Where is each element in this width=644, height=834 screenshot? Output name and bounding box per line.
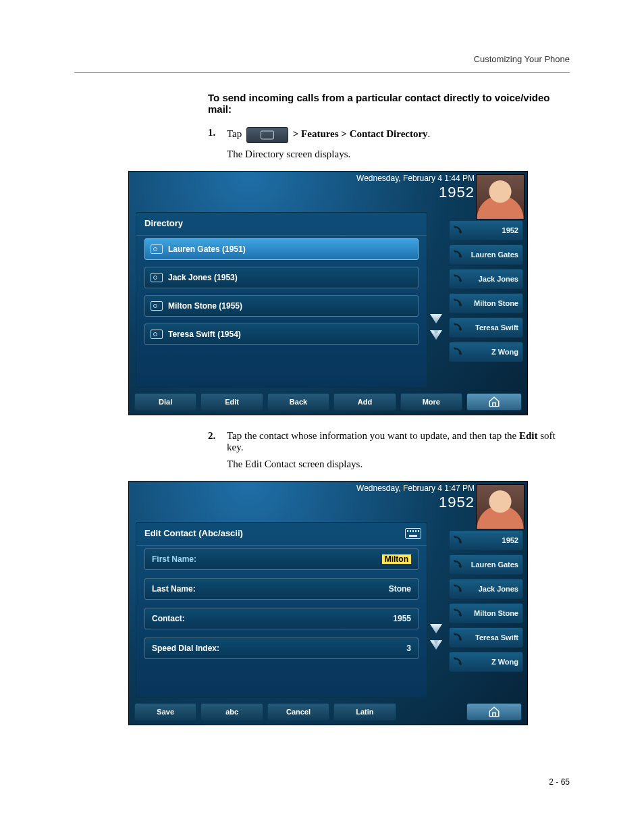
line-key[interactable]: Teresa Swift xyxy=(449,627,523,648)
home-icon xyxy=(488,396,500,408)
status-datetime: Wednesday, February 4 1:44 PM xyxy=(356,174,475,184)
line-key[interactable]: Lauren Gates xyxy=(449,244,523,265)
directory-entry[interactable]: Jack Jones (1953) xyxy=(144,267,419,288)
line-keys: 1952 Lauren Gates Jack Jones Milton Ston… xyxy=(449,530,523,672)
phone-icon xyxy=(452,632,463,643)
user-avatar xyxy=(476,174,525,219)
line-key[interactable]: Z Wong xyxy=(449,652,523,672)
line-key[interactable]: Jack Jones xyxy=(449,269,523,289)
sdi-value: 3 xyxy=(406,644,411,653)
line-key[interactable]: 1952 xyxy=(449,220,523,240)
phone-icon xyxy=(452,559,463,570)
edit-contact-title: Edit Contact (Abc/ascii) xyxy=(136,523,427,546)
contact-card-icon xyxy=(151,244,163,254)
contact-card-icon xyxy=(151,273,163,282)
phone-icon xyxy=(452,322,463,333)
phone-icon xyxy=(452,535,463,546)
status-datetime: Wednesday, February 4 1:47 PM xyxy=(356,484,475,494)
softkey-home[interactable] xyxy=(466,393,522,411)
menu-icon-button[interactable] xyxy=(246,127,288,143)
step-1-navpath: > Features > Contact Directory xyxy=(293,128,428,139)
step-2: 2. Tap the contact whose information you… xyxy=(208,430,570,475)
softkey-home[interactable] xyxy=(466,703,522,721)
softkey-back[interactable]: Back xyxy=(267,393,329,411)
line-key[interactable]: Z Wong xyxy=(449,342,523,362)
softkey-add[interactable]: Add xyxy=(333,393,396,411)
line-keys: 1952 Lauren Gates Jack Jones Milton Ston… xyxy=(449,220,523,362)
scroll-down-icon[interactable] xyxy=(430,624,442,633)
step-1-verb: Tap xyxy=(227,128,242,139)
line-key[interactable]: Jack Jones xyxy=(449,579,523,599)
softkey-edit[interactable]: Edit xyxy=(200,393,263,411)
edit-contact-panel: Edit Contact (Abc/ascii) First Name: Mil… xyxy=(136,522,427,698)
line-key[interactable]: 1952 xyxy=(449,530,523,550)
step-2-result: The Edit Contact screen displays. xyxy=(227,459,570,470)
status-extension: 1952 xyxy=(356,494,475,511)
directory-screenshot: Wednesday, February 4 1:44 PM 1952 Direc… xyxy=(128,171,528,415)
header-rule xyxy=(74,72,570,73)
phone-icon xyxy=(452,583,463,594)
step-2-text-a: Tap the contact whose information you wa… xyxy=(227,430,519,441)
scroll-down-icon[interactable] xyxy=(430,314,442,323)
last-name-field[interactable]: Last Name: Stone xyxy=(144,578,419,600)
step-1-result: The Directory screen displays. xyxy=(227,149,570,160)
phone-icon xyxy=(452,608,463,619)
phone-icon xyxy=(452,225,463,236)
phone-icon xyxy=(452,346,463,357)
line-key[interactable]: Lauren Gates xyxy=(449,554,523,575)
edit-contact-screenshot: Wednesday, February 4 1:47 PM 1952 Edit … xyxy=(128,481,528,725)
contact-card-icon xyxy=(151,330,163,339)
section-title: To send incoming calls from a particular… xyxy=(208,92,570,115)
speed-dial-index-field[interactable]: Speed Dial Index: 3 xyxy=(144,637,419,659)
line-key[interactable]: Milton Stone xyxy=(449,603,523,623)
step-1: 1. Tap > Features > Contact Directory. T… xyxy=(208,127,570,165)
user-avatar xyxy=(476,484,525,529)
page-number: 2 - 65 xyxy=(549,777,570,787)
directory-panel: Directory Lauren Gates (1951) Jack Jones… xyxy=(136,212,427,388)
contact-card-icon xyxy=(151,301,163,311)
last-name-value: Stone xyxy=(389,584,411,594)
line-key[interactable]: Milton Stone xyxy=(449,293,523,313)
softkey-abc[interactable]: abc xyxy=(200,703,263,721)
contact-field[interactable]: Contact: 1955 xyxy=(144,608,419,629)
step-2-bold: Edit xyxy=(519,430,538,441)
directory-entry[interactable]: Lauren Gates (1951) xyxy=(144,238,419,260)
softkey-cancel[interactable]: Cancel xyxy=(267,703,329,721)
scroll-page-down-icon[interactable] xyxy=(430,330,442,340)
phone-icon xyxy=(452,249,463,260)
softkey-latin[interactable]: Latin xyxy=(333,703,396,721)
contact-value: 1955 xyxy=(393,614,411,623)
scroll-page-down-icon[interactable] xyxy=(430,640,442,650)
softkey-dial[interactable]: Dial xyxy=(134,393,196,411)
home-icon xyxy=(488,706,500,718)
phone-icon xyxy=(452,298,463,309)
step-2-number: 2. xyxy=(208,430,220,475)
first-name-field[interactable]: First Name: Milton xyxy=(144,548,419,570)
line-key[interactable]: Teresa Swift xyxy=(449,317,523,338)
status-extension: 1952 xyxy=(356,184,475,201)
step-1-number: 1. xyxy=(208,127,220,165)
softkey-save[interactable]: Save xyxy=(134,703,196,721)
directory-title: Directory xyxy=(136,213,427,236)
phone-icon xyxy=(452,273,463,284)
running-header: Customizing Your Phone xyxy=(74,54,570,64)
directory-entry[interactable]: Teresa Swift (1954) xyxy=(144,323,419,345)
softkey-more[interactable]: More xyxy=(400,393,462,411)
directory-entry[interactable]: Milton Stone (1955) xyxy=(144,295,419,317)
phone-icon xyxy=(452,656,463,667)
first-name-value: Milton xyxy=(382,554,411,564)
keyboard-icon[interactable] xyxy=(405,528,421,539)
